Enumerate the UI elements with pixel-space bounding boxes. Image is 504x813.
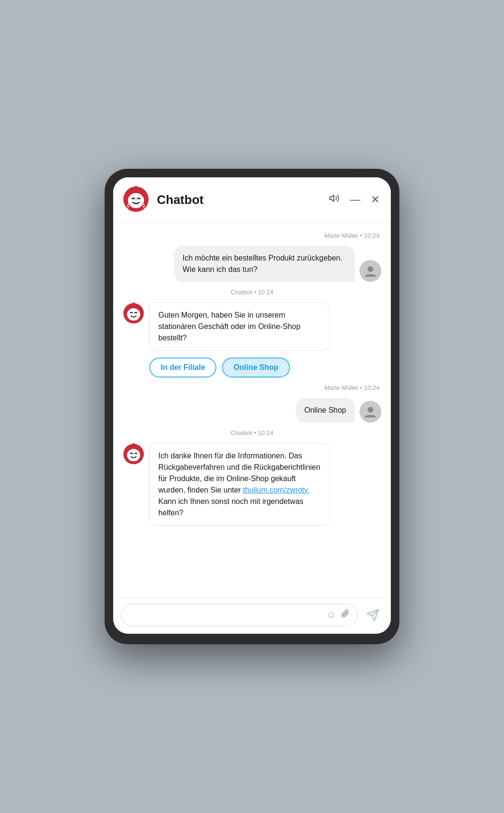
- chat-header: Chatbot — ✕: [113, 177, 391, 223]
- svg-point-20: [133, 443, 135, 445]
- quick-replies: In der Filiale Online Shop: [123, 358, 381, 377]
- timestamp-2: Chatbot • 10:24: [123, 289, 381, 296]
- attach-icon[interactable]: [341, 609, 349, 621]
- svg-marker-7: [330, 195, 334, 202]
- svg-rect-15: [136, 318, 137, 320]
- user-avatar-1: [359, 260, 381, 282]
- chat-body[interactable]: Marie Müller • 10:24 Ich möchte ein best…: [113, 223, 391, 598]
- svg-rect-5: [132, 205, 133, 208]
- timestamp-4: Chatbot • 10:24: [123, 429, 381, 436]
- svg-point-12: [133, 302, 135, 305]
- svg-point-16: [368, 407, 373, 413]
- svg-rect-21: [131, 459, 136, 461]
- chatbot-logo: [123, 186, 150, 213]
- send-button[interactable]: [362, 605, 383, 626]
- user-message-2: Online Shop: [123, 398, 381, 423]
- bot-bubble-1: Guten Morgen, haben Sie in unserem stati…: [149, 302, 330, 351]
- timestamp-1: Marie Müller • 10:24: [123, 232, 381, 239]
- svg-rect-22: [130, 459, 131, 461]
- bot-bubble-2: Ich danke Ihnen für die Informationen. D…: [149, 443, 330, 526]
- bot-message-2: Ich danke Ihnen für die Informationen. D…: [123, 443, 381, 526]
- user-bubble-1: Ich möchte ein bestelltes Produkt zurück…: [174, 246, 355, 282]
- svg-point-8: [368, 266, 373, 272]
- header-actions: — ✕: [329, 193, 379, 206]
- svg-rect-4: [133, 205, 139, 207]
- input-bar: ☺: [113, 598, 391, 634]
- quick-reply-online[interactable]: Online Shop: [222, 358, 290, 377]
- return-link[interactable]: thulium.com/zwroty.: [243, 486, 310, 494]
- user-avatar-2: [359, 401, 381, 423]
- bot-avatar-1: [123, 302, 145, 324]
- bot-message-1: Guten Morgen, haben Sie in unserem stati…: [123, 302, 381, 351]
- sound-icon[interactable]: [329, 193, 339, 206]
- emoji-icon[interactable]: ☺: [327, 610, 336, 620]
- device-frame: Chatbot — ✕ Marie Müller: [105, 169, 399, 644]
- header-title: Chatbot: [157, 193, 329, 207]
- svg-rect-23: [136, 459, 137, 461]
- svg-rect-14: [130, 318, 131, 320]
- close-icon[interactable]: ✕: [371, 194, 379, 206]
- minimize-icon[interactable]: —: [350, 194, 360, 205]
- chat-window: Chatbot — ✕ Marie Müller: [113, 177, 391, 634]
- user-message-1: Ich möchte ein bestelltes Produkt zurück…: [123, 246, 381, 282]
- svg-rect-6: [139, 205, 141, 208]
- quick-reply-filiale[interactable]: In der Filiale: [149, 358, 216, 377]
- input-field-wrap[interactable]: ☺: [121, 604, 358, 626]
- user-bubble-2: Online Shop: [296, 398, 355, 423]
- svg-rect-13: [131, 319, 136, 320]
- bot-avatar-2: [123, 443, 145, 465]
- svg-point-3: [135, 186, 137, 189]
- message-input[interactable]: [129, 611, 322, 619]
- timestamp-3: Marie Müller • 10:24: [123, 384, 381, 391]
